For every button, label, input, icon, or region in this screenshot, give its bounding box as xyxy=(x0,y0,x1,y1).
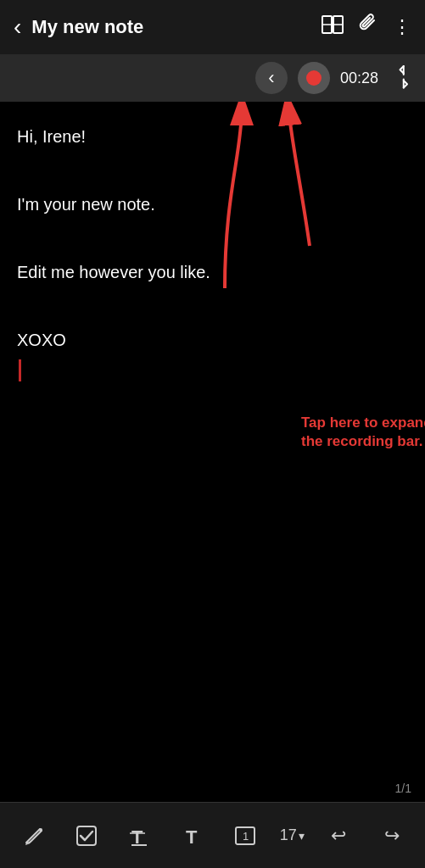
recording-bar: ‹ 00:28 xyxy=(0,54,425,102)
svg-text:T: T xyxy=(186,826,198,847)
recording-back-button[interactable]: ‹ xyxy=(255,62,288,94)
page-indicator: 1/1 xyxy=(395,782,411,795)
cursor-line xyxy=(17,359,408,381)
note-line-5: Edit me however you like. xyxy=(17,258,408,287)
compress-icon[interactable] xyxy=(388,64,417,93)
redo-button[interactable]: ↪ xyxy=(373,817,411,854)
checkbox-button[interactable] xyxy=(68,817,105,854)
font-size-value: 17 xyxy=(280,826,297,844)
book-icon[interactable] xyxy=(322,15,344,39)
note-line-7: XOXO xyxy=(17,326,408,354)
note-line-2 xyxy=(17,156,408,185)
image-button[interactable]: 1 xyxy=(226,817,264,854)
pen-tool-button[interactable] xyxy=(14,817,52,854)
recording-timer: 00:28 xyxy=(340,70,383,87)
recording-record-button[interactable] xyxy=(298,62,330,94)
text-button[interactable]: T xyxy=(174,817,211,854)
back-button[interactable]: ‹ xyxy=(14,14,21,41)
note-line-6 xyxy=(17,292,408,320)
more-options-icon[interactable]: ⋮ xyxy=(393,16,411,38)
svg-text:1: 1 xyxy=(243,830,249,843)
svg-text:T: T xyxy=(131,826,143,847)
bottom-toolbar: T T 1 17 ▾ ↩ ↪ xyxy=(0,802,425,868)
text-style-button[interactable]: T xyxy=(120,817,158,854)
undo-button[interactable]: ↩ xyxy=(320,817,357,854)
header-icons: ⋮ xyxy=(322,14,411,41)
svg-point-8 xyxy=(39,828,42,832)
paperclip-icon[interactable] xyxy=(359,14,377,41)
record-dot xyxy=(306,70,322,86)
note-title: My new note xyxy=(31,16,322,38)
note-content[interactable]: Hi, Irene! I'm your new note. Edit me ho… xyxy=(0,102,425,695)
note-line-3: I'm your new note. xyxy=(17,190,408,219)
text-cursor xyxy=(19,359,21,381)
note-line-1: Hi, Irene! xyxy=(17,122,408,151)
undo-icon: ↩ xyxy=(331,825,346,847)
font-size-selector[interactable]: 17 ▾ xyxy=(280,826,305,844)
note-line-4 xyxy=(17,224,408,253)
redo-icon: ↪ xyxy=(384,825,400,847)
font-size-chevron: ▾ xyxy=(299,829,305,843)
annotation-expand-label: Tap here to expand the recording bar. xyxy=(301,414,425,451)
app-header: ‹ My new note ⋮ xyxy=(0,0,425,54)
